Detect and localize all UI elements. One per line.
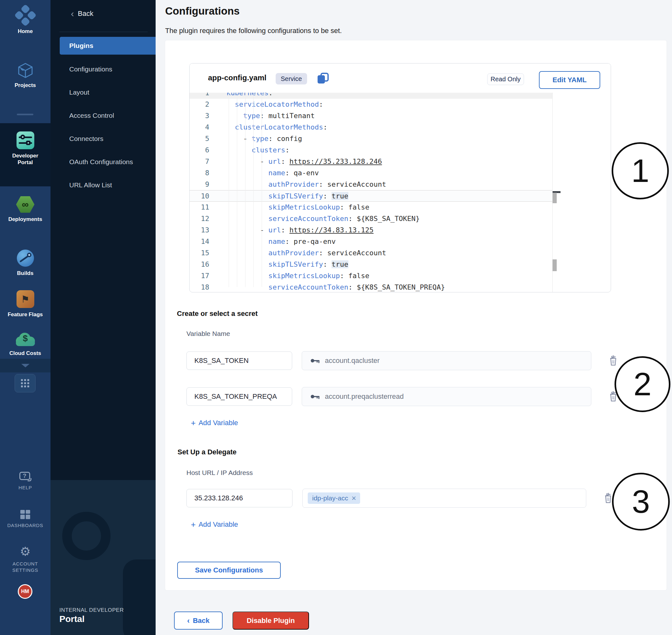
line-number: 15 bbox=[190, 247, 209, 259]
sidebar-item-dashboards[interactable]: DASHBOARDS bbox=[0, 510, 50, 529]
menu-item-oauth-configurations[interactable]: OAuth Configurations bbox=[50, 150, 156, 173]
yaml-code-lines: 1kubernetes:2serviceLocatorMethod:3type:… bbox=[190, 93, 552, 292]
yaml-line-text: name: pre-qa-env bbox=[268, 236, 336, 247]
add-variable-link-secrets[interactable]: + Add Variable bbox=[191, 419, 238, 427]
secrets-section-title: Create or select a secret bbox=[177, 310, 258, 318]
feature-flags-icon: ⚑ bbox=[17, 290, 34, 308]
disable-plugin-button[interactable]: Disable Plugin bbox=[233, 612, 309, 630]
indent-guide bbox=[245, 93, 245, 287]
back-link-label: Back bbox=[78, 9, 93, 18]
chevron-left-icon: ‹ bbox=[71, 9, 74, 18]
secret-select-field[interactable]: account.qacluster bbox=[302, 351, 591, 370]
sidebar-item-feature-flags[interactable]: ⚑ Feature Flags bbox=[0, 290, 50, 318]
line-number: 7 bbox=[190, 156, 209, 167]
yaml-line-text: serviceAccountToken: ${K8S_SA_TOKEN} bbox=[268, 213, 420, 224]
host-url-input[interactable]: 35.233.128.246 bbox=[187, 489, 292, 507]
menu-divider bbox=[59, 32, 148, 32]
sidebar-item-developer-portal[interactable]: DeveloperPortal bbox=[0, 131, 50, 166]
yaml-value: false bbox=[348, 272, 369, 280]
module-picker-button[interactable] bbox=[15, 374, 36, 392]
line-number: 11 bbox=[190, 202, 209, 213]
sidebar-item-account-settings[interactable]: ⚙ ACCOUNTSETTINGS bbox=[0, 545, 50, 574]
user-avatar[interactable]: HM bbox=[18, 584, 32, 599]
edit-yaml-button[interactable]: Edit YAML bbox=[539, 71, 600, 89]
page-title: Configurations bbox=[165, 5, 240, 17]
back-button-label: Back bbox=[193, 617, 210, 625]
back-button[interactable]: ‹ Back bbox=[174, 612, 223, 630]
sidebar-item-builds[interactable]: Builds bbox=[0, 249, 50, 277]
host-url-label: Host URL / IP Address bbox=[187, 469, 253, 477]
account-label-line2: SETTINGS bbox=[13, 567, 38, 573]
add-variable-label: Add Variable bbox=[198, 419, 238, 427]
yaml-line-text: skipTLSVerify: true bbox=[268, 191, 348, 202]
menu-item-plugins[interactable]: Plugins bbox=[60, 37, 156, 54]
menu-item-configurations[interactable]: Configurations bbox=[50, 58, 156, 81]
chevron-left-icon: ‹ bbox=[187, 616, 190, 625]
menu-item-connectors[interactable]: Connectors bbox=[50, 127, 156, 150]
sidebar-item-deployments[interactable]: ∞ Deployments bbox=[0, 196, 50, 223]
yaml-line-13: 13- url: https://34.83.13.125 bbox=[190, 224, 552, 236]
sidebar-decoration: INTERNAL DEVELOPER Portal bbox=[50, 480, 156, 635]
sidebar-item-label: Cloud Costs bbox=[9, 350, 41, 356]
sidebar-item-home[interactable]: Home bbox=[0, 8, 50, 35]
main-content: Configurations The plugin requires the f… bbox=[156, 0, 672, 635]
gear-icon: ⚙ bbox=[20, 545, 30, 557]
remove-tag-icon[interactable]: ✕ bbox=[351, 495, 356, 502]
line-number: 4 bbox=[190, 122, 209, 133]
line-number: 8 bbox=[190, 167, 209, 179]
yaml-value: true bbox=[331, 192, 348, 200]
trash-icon[interactable] bbox=[608, 355, 618, 366]
key-icon bbox=[310, 357, 320, 364]
trash-icon[interactable] bbox=[603, 493, 613, 504]
yaml-line-2: 2serviceLocatorMethod: bbox=[190, 99, 552, 110]
yaml-line-text: clusterLocatorMethods: bbox=[235, 122, 327, 133]
add-variable-link-delegate[interactable]: + Add Variable bbox=[191, 520, 238, 529]
deployments-icon: ∞ bbox=[16, 196, 35, 213]
indent-guide bbox=[254, 93, 254, 287]
sidebar-item-projects[interactable]: Projects bbox=[0, 62, 50, 89]
yaml-line-8: 8name: qa-env bbox=[190, 167, 552, 179]
yaml-value: multiTenant bbox=[268, 112, 315, 120]
sidebar-item-help[interactable]: ? HELP bbox=[0, 472, 50, 491]
yaml-line-text: skipMetricsLookup: false bbox=[268, 270, 369, 282]
menu-item-access-control[interactable]: Access Control bbox=[50, 104, 156, 127]
sidebar-item-cloud-costs[interactable]: $ Cloud Costs bbox=[0, 333, 50, 356]
brand-name: Portal bbox=[59, 614, 124, 624]
line-number: 12 bbox=[190, 213, 209, 224]
copy-icon[interactable] bbox=[317, 72, 329, 85]
save-configurations-button[interactable]: Save Configurations bbox=[177, 562, 281, 579]
configurations-card: app-config.yaml Service Read Only Edit Y… bbox=[165, 40, 667, 591]
sidebar-divider bbox=[17, 114, 33, 115]
yaml-line-text: - url: https://34.83.13.125 bbox=[260, 224, 374, 236]
yaml-code-viewport[interactable]: 1kubernetes:2serviceLocatorMethod:3type:… bbox=[190, 93, 552, 292]
add-variable-label: Add Variable bbox=[198, 520, 238, 529]
account-label-line1: ACCOUNT bbox=[13, 561, 38, 566]
chevron-down-icon bbox=[21, 364, 29, 367]
menu-item-layout[interactable]: Layout bbox=[50, 81, 156, 104]
back-link[interactable]: ‹ Back bbox=[71, 9, 93, 18]
sidebar-item-label: Projects bbox=[15, 82, 36, 89]
yaml-line-text: authProvider: serviceAccount bbox=[268, 179, 386, 190]
secret-select-field[interactable]: account.preqaclusterread bbox=[302, 387, 591, 406]
yaml-line-text: name: qa-env bbox=[268, 167, 319, 179]
line-number: 5 bbox=[190, 133, 209, 145]
menu-item-url-allow-list[interactable]: URL Allow List bbox=[50, 173, 156, 197]
sidebar-collapse-strip[interactable] bbox=[0, 359, 50, 372]
yaml-line-10: 10skipTLSVerify: true bbox=[190, 190, 552, 202]
yaml-line-4: 4clusterLocatorMethods: bbox=[190, 122, 552, 133]
primary-sidebar: Home Projects DeveloperPortal ∞ Deploy bbox=[0, 0, 50, 635]
indent-guide bbox=[237, 93, 237, 287]
variable-name-input[interactable]: K8S_SA_TOKEN_PREQA bbox=[187, 387, 292, 406]
yaml-line-6: 6clusters: bbox=[190, 145, 552, 156]
delegate-tags-input[interactable]: idp-play-acc✕ bbox=[302, 489, 586, 508]
yaml-line-text: kubernetes: bbox=[226, 93, 273, 99]
yaml-line-text: serviceAccountToken: ${K8S_SA_TOKEN_PREQ… bbox=[268, 282, 445, 292]
delegate-tag-chip[interactable]: idp-play-acc✕ bbox=[308, 492, 360, 504]
read-only-pill: Read Only bbox=[487, 73, 524, 85]
variable-name-input[interactable]: K8S_SA_TOKEN bbox=[187, 351, 292, 370]
dashboards-icon bbox=[20, 510, 30, 519]
grid-icon bbox=[21, 379, 29, 387]
cube-icon bbox=[17, 62, 34, 79]
secret-value: account.preqaclusterread bbox=[325, 392, 404, 401]
yaml-value: pre-qa-env bbox=[294, 238, 335, 245]
